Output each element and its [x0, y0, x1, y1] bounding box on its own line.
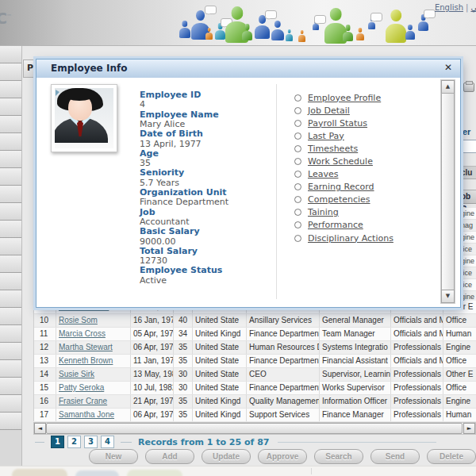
employee-link[interactable]: Disciplinary Actions: [294, 232, 393, 244]
bullet-icon: [294, 171, 301, 178]
scroll-right-icon[interactable]: ►: [463, 423, 475, 434]
vertical-scroll-thumb[interactable]: [441, 93, 455, 290]
button-update[interactable]: Update: [202, 449, 251, 464]
filter-input-fragment[interactable]: [462, 140, 476, 153]
cell-num: 10: [34, 314, 56, 327]
employee-link[interactable]: Competencies: [294, 194, 393, 206]
employee-link[interactable]: Job Detail: [294, 104, 393, 117]
employee-link[interactable]: Last Pay: [294, 129, 393, 142]
cell-job: Information Officer: [320, 395, 391, 408]
cell-country: United State: [193, 382, 247, 394]
vertical-scrollbar[interactable]: ▲ ▼: [440, 79, 455, 304]
sidebar-item[interactable]: [0, 168, 21, 186]
records-summary: Records from 1 to 25 of 87: [138, 437, 270, 447]
person-figure: [215, 23, 225, 40]
field: Age35: [140, 149, 276, 169]
table-row: 10Rosie Som16 Jan, 197240United StateAns…: [34, 314, 476, 328]
sidebar-item[interactable]: [0, 378, 21, 395]
employee-link[interactable]: Payroll Status: [294, 117, 393, 129]
page-button-4[interactable]: 4: [101, 436, 114, 448]
employee-link[interactable]: Leaves: [294, 168, 393, 181]
horizontal-scroll-thumb[interactable]: [46, 423, 463, 434]
sidebar-item[interactable]: [0, 63, 21, 81]
sidebar-item[interactable]: [0, 273, 21, 290]
cell-category: Officials and M: [391, 314, 443, 327]
page-button-2[interactable]: 2: [67, 436, 81, 448]
sidebar-item[interactable]: [0, 151, 21, 168]
employee-link[interactable]: Work Schedule: [294, 155, 393, 167]
person-head: [244, 24, 250, 30]
column-divider: [276, 84, 277, 299]
employee-link[interactable]: Employee Profile: [294, 91, 393, 104]
scroll-left-icon[interactable]: ◄: [34, 423, 46, 434]
cell-field: Office: [443, 314, 476, 327]
employee-link[interactable]: Taining: [294, 206, 393, 219]
field-value: 13 April, 1977: [140, 140, 276, 149]
sidebar-item[interactable]: [0, 221, 21, 238]
horizontal-scrollbar[interactable]: ◄ ►: [33, 422, 476, 435]
sidebar-item[interactable]: [0, 46, 21, 63]
dialog-titlebar[interactable]: Employee Info ✕: [36, 60, 460, 79]
field-label: Age: [140, 149, 276, 159]
cell-age: 34: [174, 328, 193, 340]
language-link-english[interactable]: English: [435, 3, 463, 12]
bullet-icon: [294, 196, 301, 203]
sidebar-item[interactable]: [0, 395, 21, 413]
employee-name-link[interactable]: Kenneth Brown: [56, 355, 131, 367]
sidebar-item[interactable]: [0, 413, 21, 430]
person-figure: [368, 17, 375, 29]
person-figure: [313, 20, 319, 30]
button-delete[interactable]: Delete: [427, 449, 476, 464]
printer-icon[interactable]: [463, 83, 474, 92]
sidebar-item[interactable]: [0, 133, 21, 151]
button-search[interactable]: Search: [314, 449, 363, 464]
cell-dob: 06 Apr, 1977: [131, 409, 174, 421]
button-new[interactable]: New: [89, 449, 138, 464]
link-label: Disciplinary Actions: [308, 233, 393, 244]
sidebar-item[interactable]: [0, 81, 21, 98]
sidebar-item[interactable]: [0, 116, 21, 133]
sidebar-item[interactable]: [0, 255, 21, 273]
person-head: [330, 8, 342, 21]
page-button-3[interactable]: 3: [84, 436, 98, 448]
sidebar-item[interactable]: [0, 343, 21, 360]
cell-fragment: fice: [461, 267, 476, 279]
employee-link[interactable]: Timesheets: [294, 142, 393, 155]
person-figure: [179, 21, 190, 38]
field: Employee StatusActive: [140, 266, 276, 286]
button-approve[interactable]: Approve: [258, 449, 307, 464]
bullet-icon: [294, 235, 301, 242]
employee-name-link[interactable]: Martha Stewart: [56, 341, 131, 354]
link-label: Performance: [308, 220, 363, 230]
sidebar-item[interactable]: [0, 186, 21, 203]
button-add[interactable]: Add: [145, 449, 194, 464]
page-button-1[interactable]: 1: [51, 436, 64, 448]
scroll-down-icon[interactable]: ▼: [441, 290, 455, 303]
sidebar-item[interactable]: [0, 308, 21, 325]
sidebar-item[interactable]: [0, 290, 21, 308]
cell-field: Human: [443, 409, 476, 421]
employee-name-link[interactable]: Patty Seroka: [56, 382, 131, 394]
sidebar-item[interactable]: [0, 238, 21, 255]
employee-name-link[interactable]: Marcia Cross: [56, 328, 131, 340]
sidebar-item[interactable]: [0, 325, 21, 343]
sidebar-item[interactable]: [0, 203, 21, 221]
sidebar-item[interactable]: [0, 360, 21, 378]
field: Seniority5.7 Years: [140, 168, 276, 188]
employee-link[interactable]: Performance: [294, 219, 393, 232]
sidebar-item[interactable]: [0, 98, 21, 116]
scroll-up-icon[interactable]: ▲: [441, 80, 455, 94]
cell-dept: Human Resources D: [247, 341, 320, 354]
close-icon[interactable]: ✕: [444, 62, 452, 73]
field-value: Active: [140, 276, 276, 286]
employee-name-link[interactable]: Rosie Som: [56, 314, 131, 327]
person-figure: [205, 28, 213, 40]
speech-bubble-icon: [205, 6, 217, 14]
employee-name-link[interactable]: Susie Sirk: [56, 368, 131, 381]
employee-link[interactable]: Earning Record: [294, 181, 393, 194]
bullet-icon: [294, 209, 301, 216]
button-send[interactable]: Send: [370, 449, 420, 464]
language-link-arabic[interactable]: عربي: [470, 3, 476, 12]
employee-name-link[interactable]: Frasier Crane: [56, 395, 131, 408]
employee-name-link[interactable]: Samantha Jone: [56, 409, 131, 421]
